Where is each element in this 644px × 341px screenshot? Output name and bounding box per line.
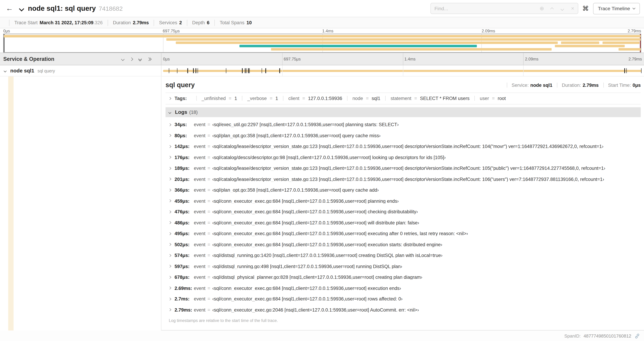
tags-row[interactable]: Tags: _unfinished = 1 _verbose = 1 clien…: [166, 93, 641, 105]
span-row[interactable]: node sql1 sql query: [0, 65, 644, 76]
minimap-span-bar: [4, 35, 641, 38]
log-timestamp: 476μs:: [174, 209, 194, 214]
grid-line: [282, 65, 282, 76]
log-expand-chevron-icon[interactable]: [168, 254, 172, 257]
log-expand-chevron-icon[interactable]: [168, 210, 172, 213]
span-row-name-column[interactable]: node sql1 sql query: [0, 65, 161, 76]
minimap-span-bar: [555, 45, 625, 47]
log-expand-chevron-icon[interactable]: [168, 167, 172, 170]
collapse-all-icon[interactable]: [139, 57, 141, 61]
timeline-header: Service & Operation 0μs697.75μs1.4ms2.09…: [0, 53, 644, 65]
clear-search-icon[interactable]: ×: [568, 5, 578, 12]
equals-sign: =: [208, 264, 210, 269]
log-row[interactable]: 2.69ms: event = ‹sql/conn_executor_exec.…: [166, 283, 641, 293]
log-marker-tick: [279, 68, 280, 73]
span-service-name: node sql1: [10, 68, 34, 74]
log-timestamp: 597μs:: [174, 264, 194, 269]
log-row[interactable]: 574μs: event = ‹sql/distsql_running.go:1…: [166, 250, 641, 261]
log-row[interactable]: 678μs: event = ‹sql/distsql_physical_pla…: [166, 272, 641, 283]
time-tick-label: 0μs: [161, 57, 170, 61]
log-row[interactable]: 495μs: event = ‹sql/conn_executor_exec.g…: [166, 228, 641, 239]
minimap-tick-labels: 0μs697.75μs1.4ms2.09ms2.79ms: [3, 29, 641, 34]
log-expand-chevron-icon[interactable]: [168, 156, 172, 159]
prev-result-icon[interactable]: [547, 5, 557, 12]
minimap-span-bar: [176, 42, 558, 44]
log-expand-chevron-icon[interactable]: [168, 297, 172, 300]
log-marker-tick: [262, 68, 262, 73]
log-row[interactable]: 189μs: event = ‹sql/catalog/lease/descri…: [166, 163, 641, 174]
log-row[interactable]: 80μs: event = ‹sql/plan_opt.go:358 [nsql…: [166, 130, 641, 141]
log-expand-chevron-icon[interactable]: [168, 189, 172, 191]
log-field-key: event: [194, 275, 206, 279]
log-expand-chevron-icon[interactable]: [168, 145, 172, 148]
log-marker-tick: [188, 68, 188, 73]
log-row[interactable]: 597μs: event = ‹sql/distsql_running.go:4…: [166, 261, 641, 272]
span-collapse-chevron-icon[interactable]: [4, 69, 6, 72]
log-field-key: event: [194, 187, 206, 192]
log-row[interactable]: 201μs: event = ‹sql/catalog/lease/descri…: [166, 174, 641, 185]
meta-item: Duration: 2.79ms: [557, 83, 599, 88]
trace-title-text: node sql1: sql query: [28, 4, 96, 12]
expand-one-icon[interactable]: [130, 58, 132, 60]
log-expand-chevron-icon[interactable]: [168, 265, 172, 268]
log-row[interactable]: 366μs: event = ‹sql/plan_opt.go:358 [nsq…: [166, 185, 641, 195]
equals-sign: =: [229, 96, 232, 101]
trace-timeline-page: ← node sql1: sql query7418682 ⊕ × ⌘ Trac…: [0, 0, 644, 341]
log-marker-tick: [196, 68, 196, 73]
log-field-key: event: [194, 177, 206, 182]
collapse-one-icon[interactable]: [122, 58, 124, 60]
log-expand-chevron-icon[interactable]: [168, 199, 172, 202]
logs-section-header[interactable]: Logs (18): [166, 107, 641, 117]
deep-link-icon[interactable]: [634, 333, 640, 338]
log-row[interactable]: 142μs: event = ‹sql/catalog/lease/descri…: [166, 141, 641, 152]
trace-view-dropdown[interactable]: Trace Timeline: [593, 3, 640, 14]
log-row[interactable]: 34μs: event = ‹sql/exec_util.go:2297 [ns…: [166, 119, 641, 130]
focus-result-icon[interactable]: ⊕: [537, 5, 547, 12]
log-expand-chevron-icon[interactable]: [168, 243, 172, 246]
collapse-trace-chevron-icon[interactable]: [20, 6, 23, 11]
log-marker-tick: [249, 68, 250, 73]
minimap-canvas[interactable]: [3, 34, 641, 53]
equals-sign: =: [208, 166, 210, 171]
trace-view-dropdown-label: Trace Timeline: [598, 6, 630, 11]
grid-line: [282, 53, 282, 65]
minimap-span-bar: [602, 42, 639, 44]
log-expand-chevron-icon[interactable]: [168, 123, 172, 126]
span-row-timeline[interactable]: [161, 65, 644, 76]
log-field-value: ‹sql/conn_executor_exec.go:684 [nsql1,cl…: [212, 209, 418, 214]
expand-all-icon[interactable]: [148, 58, 151, 60]
log-row[interactable]: 2.79ms: event = ‹sql/conn_executor_exec.…: [166, 304, 641, 315]
summary-item: Duration 2.79ms: [108, 20, 149, 26]
tags-expand-chevron-icon[interactable]: [168, 97, 172, 100]
log-marker-tick: [226, 68, 226, 73]
logs-collapse-chevron-icon[interactable]: [168, 111, 172, 114]
equals-sign: =: [492, 96, 495, 101]
log-expand-chevron-icon[interactable]: [168, 276, 172, 279]
log-row[interactable]: 2.7ms: event = ‹sql/conn_executor_exec.g…: [166, 293, 641, 304]
log-expand-chevron-icon[interactable]: [168, 232, 172, 235]
grid-line: [403, 53, 403, 65]
log-expand-chevron-icon[interactable]: [168, 221, 172, 224]
log-row[interactable]: 502μs: event = ‹sql/conn_executor_exec.g…: [166, 239, 641, 250]
log-row[interactable]: 459μs: event = ‹sql/conn_executor_exec.g…: [166, 195, 641, 206]
log-expand-chevron-icon[interactable]: [168, 134, 172, 137]
log-expand-chevron-icon[interactable]: [168, 178, 172, 181]
next-result-icon[interactable]: [557, 5, 568, 12]
log-expand-chevron-icon[interactable]: [168, 287, 172, 289]
log-field-key: event: [194, 166, 206, 171]
log-row[interactable]: 476μs: event = ‹sql/conn_executor_exec.g…: [166, 206, 641, 217]
log-row[interactable]: 176μs: event = ‹sql/catalog/descs/descri…: [166, 152, 641, 163]
log-field-value: ‹sql/plan_opt.go:358 [nsql1,client=127.0…: [212, 133, 380, 138]
log-row[interactable]: 486μs: event = ‹sql/conn_executor_exec.g…: [166, 217, 641, 228]
back-button[interactable]: ←: [0, 0, 19, 17]
log-expand-chevron-icon[interactable]: [168, 308, 172, 311]
tag-value: 127.0.0.1:59936: [308, 96, 342, 101]
equals-sign: =: [208, 220, 210, 225]
find-input[interactable]: [431, 3, 537, 14]
span-color-accent-strip: [8, 76, 14, 330]
keyboard-shortcuts-button[interactable]: ⌘: [582, 5, 589, 12]
log-timestamp: 366μs:: [174, 187, 194, 192]
tag-item: _verbose = 1: [242, 96, 278, 101]
time-tick-label: 2.79ms: [628, 29, 641, 33]
log-timestamp: 459μs:: [174, 198, 194, 203]
